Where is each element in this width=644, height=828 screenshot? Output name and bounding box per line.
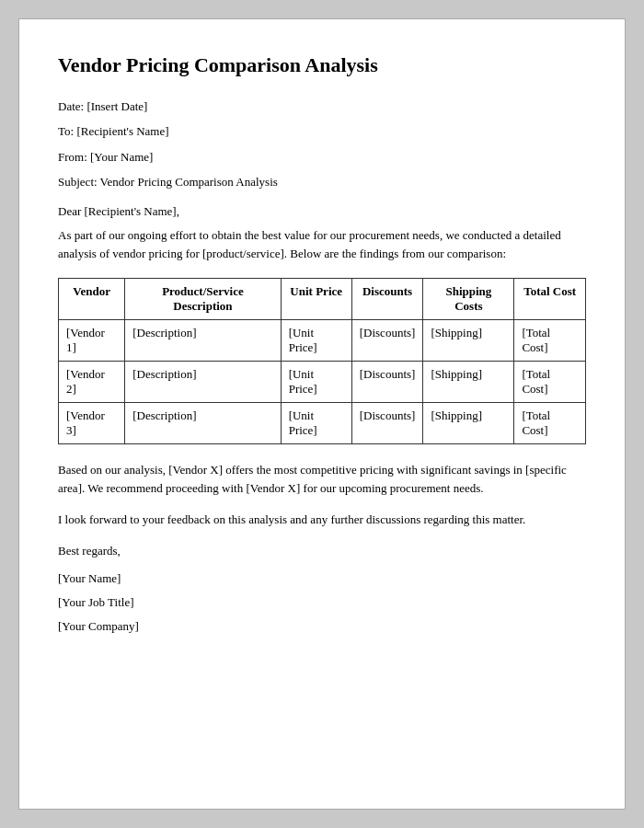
table-body: [Vendor 1][Description][Unit Price][Disc… xyxy=(59,319,586,443)
col-vendor: Vendor xyxy=(59,278,125,319)
table-cell: [Vendor 3] xyxy=(59,402,125,443)
pricing-table-wrapper: Vendor Product/Service Description Unit … xyxy=(58,278,586,444)
table-row: [Vendor 3][Description][Unit Price][Disc… xyxy=(59,402,586,443)
table-cell: [Description] xyxy=(125,319,281,361)
document-page: Vendor Pricing Comparison Analysis Date:… xyxy=(18,18,626,810)
sig-title: [Your Job Title] xyxy=(58,595,586,610)
table-header-row: Vendor Product/Service Description Unit … xyxy=(59,278,586,319)
page-title: Vendor Pricing Comparison Analysis xyxy=(58,52,586,79)
from-line: From: [Your Name] xyxy=(58,148,586,167)
table-cell: [Vendor 1] xyxy=(59,319,125,361)
table-cell: [Description] xyxy=(125,402,281,443)
closing-section: Best regards, [Your Name] [Your Job Titl… xyxy=(58,542,586,634)
signature-block: [Your Name] [Your Job Title] [Your Compa… xyxy=(58,571,586,634)
table-row: [Vendor 2][Description][Unit Price][Disc… xyxy=(59,361,586,402)
salutation: Dear [Recipient's Name], xyxy=(58,204,586,219)
table-cell: [Shipping] xyxy=(423,361,514,402)
table-cell: [Description] xyxy=(125,361,281,402)
table-cell: [Vendor 2] xyxy=(59,361,125,402)
pricing-table: Vendor Product/Service Description Unit … xyxy=(58,278,586,444)
col-shipping: Shipping Costs xyxy=(423,278,514,319)
date-line: Date: [Insert Date] xyxy=(58,98,586,116)
table-cell: [Discounts] xyxy=(351,319,423,361)
table-cell: [Unit Price] xyxy=(281,402,351,443)
table-cell: [Total Cost] xyxy=(514,361,586,402)
col-total: Total Cost xyxy=(514,278,586,319)
table-cell: [Shipping] xyxy=(423,402,514,443)
table-cell: [Total Cost] xyxy=(514,319,586,361)
table-cell: [Total Cost] xyxy=(514,402,586,443)
col-unit-price: Unit Price xyxy=(281,278,351,319)
feedback-paragraph: I look forward to your feedback on this … xyxy=(58,511,586,529)
table-cell: [Unit Price] xyxy=(281,361,351,402)
table-cell: [Discounts] xyxy=(351,402,423,443)
table-row: [Vendor 1][Description][Unit Price][Disc… xyxy=(59,319,586,361)
col-product-service: Product/Service Description xyxy=(125,278,281,319)
table-cell: [Shipping] xyxy=(423,319,514,361)
subject-line: Subject: Vendor Pricing Comparison Analy… xyxy=(58,173,586,191)
to-line: To: [Recipient's Name] xyxy=(58,122,586,141)
intro-paragraph: As part of our ongoing effort to obtain … xyxy=(58,226,586,263)
table-cell: [Unit Price] xyxy=(281,319,351,361)
sig-name: [Your Name] xyxy=(58,571,586,586)
col-discounts: Discounts xyxy=(351,278,423,319)
table-cell: [Discounts] xyxy=(351,361,423,402)
analysis-paragraph: Based on our analysis, [Vendor X] offers… xyxy=(58,461,586,498)
closing-line: Best regards, xyxy=(58,542,586,560)
sig-company: [Your Company] xyxy=(58,619,586,634)
